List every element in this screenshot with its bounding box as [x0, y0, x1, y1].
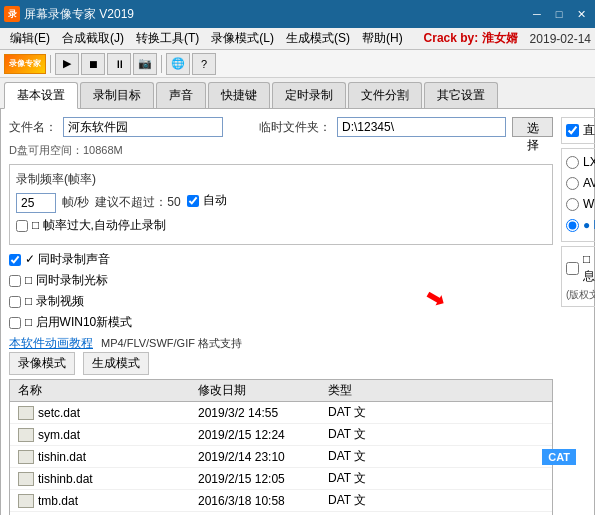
- video-label: □ 录制视频: [25, 293, 84, 310]
- file-date: 2019/3/2 14:55: [194, 406, 324, 420]
- left-panel: 文件名： 临时文件夹： 选择 D盘可用空间：10868M 录制频率(帧率) 帧/…: [9, 117, 553, 515]
- fps-auto-label: 自动: [203, 192, 227, 209]
- file-list-container: 名称 修改日期 类型 setc.dat 2019/3/2 14:55 DAT 文…: [9, 379, 553, 515]
- tab-shortcut[interactable]: 快捷键: [208, 82, 270, 108]
- fps-warning-label: □ 帧率过大,自动停止录制: [32, 217, 166, 234]
- disk-space-label: D盘可用空间：10868M: [9, 143, 123, 158]
- lxe-label: LXE: [583, 155, 595, 169]
- disk-space-row: D盘可用空间：10868M: [9, 143, 553, 158]
- avi-radio[interactable]: AVI: [566, 176, 595, 190]
- mode-area: 录像模式 生成模式: [9, 352, 553, 375]
- file-name: tishin.dat: [14, 450, 194, 464]
- cursor-checkbox[interactable]: □ 同时录制光标: [9, 272, 553, 289]
- content-wrapper: 文件名： 临时文件夹： 选择 D盘可用空间：10868M 录制频率(帧率) 帧/…: [9, 117, 586, 515]
- file-name: tishinb.dat: [14, 472, 194, 486]
- file-row[interactable]: setc.dat 2019/3/2 14:55 DAT 文: [10, 402, 552, 424]
- menu-generate-mode[interactable]: 生成模式(S): [280, 28, 356, 49]
- menu-convert[interactable]: 转换工具(T): [130, 28, 205, 49]
- tab-other-settings[interactable]: 其它设置: [424, 82, 498, 108]
- fps-auto-checkbox[interactable]: 自动: [187, 192, 227, 209]
- select-button[interactable]: 选择: [512, 117, 553, 137]
- file-name: tmb.dat: [14, 494, 194, 508]
- animation-link[interactable]: 本软件动画教程: [9, 335, 93, 352]
- dat-icon: [18, 406, 34, 420]
- file-date: 2019/2/15 12:24: [194, 428, 324, 442]
- dat-icon: [18, 494, 34, 508]
- file-type: DAT 文: [324, 492, 394, 509]
- file-row[interactable]: sym.dat 2019/2/15 12:24 DAT 文: [10, 424, 552, 446]
- toolbar: 录像专家 ▶ ⏹ ⏸ 📷 🌐 ?: [0, 50, 595, 78]
- tab-record-target[interactable]: 录制目标: [80, 82, 154, 108]
- toolbar-btn-4[interactable]: 📷: [133, 53, 157, 75]
- col-type-header: 类型: [324, 382, 394, 399]
- filename-input[interactable]: [63, 117, 223, 137]
- app-logo: 录像专家: [4, 54, 46, 74]
- mp4-label: ● MP4: [583, 218, 595, 232]
- sound-label: ✓ 同时录制声音: [25, 251, 110, 268]
- toolbar-btn-3[interactable]: ⏸: [107, 53, 131, 75]
- wmv-row: WMV 设置: [566, 195, 595, 213]
- dat-icon: [18, 428, 34, 442]
- avi-label: AVI: [583, 176, 595, 190]
- checkboxes-group: ✓ 同时录制声音 □ 同时录制光标 □ 录制视频: [9, 251, 553, 310]
- main-content: 文件名： 临时文件夹： 选择 D盘可用空间：10868M 录制频率(帧率) 帧/…: [0, 109, 595, 515]
- file-name: setc.dat: [14, 406, 194, 420]
- maximize-button[interactable]: □: [549, 5, 569, 23]
- link-row: 本软件动画教程 MP4/FLV/SWF/GIF 格式支持: [9, 335, 553, 352]
- menu-compose[interactable]: 合成截取(J): [56, 28, 130, 49]
- fps-section-label: 录制频率(帧率): [16, 171, 546, 188]
- crack-label: Crack by: 淮女婿: [424, 30, 518, 47]
- fps-warning-row: □ 帧率过大,自动停止录制: [16, 217, 546, 238]
- lxe-radio[interactable]: LXE: [566, 155, 595, 169]
- fps-input[interactable]: [16, 193, 56, 213]
- tab-basic-settings[interactable]: 基本设置: [4, 82, 78, 109]
- cursor-label: □ 同时录制光标: [25, 272, 108, 289]
- minimize-button[interactable]: ─: [527, 5, 547, 23]
- file-type: DAT 文: [324, 404, 394, 421]
- menu-date: 2019-02-14: [530, 32, 591, 46]
- fps-box: 录制频率(帧率) 帧/秒 建议不超过：50 自动 □ 帧率过大,自动停止录制: [9, 164, 553, 245]
- menu-help[interactable]: 帮助(H): [356, 28, 409, 49]
- toolbar-sep-1: [50, 55, 51, 73]
- fps-row: 帧/秒 建议不超过：50 自动: [16, 192, 546, 213]
- mp4-radio[interactable]: ● MP4: [566, 218, 595, 232]
- file-row[interactable]: tishin.dat 2019/2/14 23:10 DAT 文: [10, 446, 552, 468]
- direct-generate-label: 直接录制生成: [583, 122, 595, 139]
- win10-checkbox[interactable]: □ 启用WIN10新模式: [9, 314, 553, 331]
- format-label: MP4/FLV/SWF/GIF 格式支持: [101, 336, 242, 351]
- file-type: DAT 文: [324, 470, 394, 487]
- file-list-body: setc.dat 2019/3/2 14:55 DAT 文 sym.dat 20…: [10, 402, 552, 515]
- toolbar-btn-2[interactable]: ⏹: [81, 53, 105, 75]
- file-row[interactable]: tishinb.dat 2019/2/15 12:05 DAT 文: [10, 468, 552, 490]
- video-checkbox[interactable]: □ 录制视频: [9, 293, 553, 310]
- custom-section: □ 自设信息 设置 (版权文字 logo图形): [561, 246, 595, 307]
- toolbar-btn-5[interactable]: 🌐: [166, 53, 190, 75]
- file-date: 2019/2/15 12:05: [194, 472, 324, 486]
- custom-row: □ 自设信息 设置: [566, 251, 595, 285]
- file-date: 2016/3/18 10:58: [194, 494, 324, 508]
- temp-folder-input[interactable]: [337, 117, 506, 137]
- tab-file-split[interactable]: 文件分割: [348, 82, 422, 108]
- logo-area: 录像专家: [4, 54, 46, 74]
- menu-record-mode[interactable]: 录像模式(L): [205, 28, 280, 49]
- tab-bar: 基本设置 录制目标 声音 快捷键 定时录制 文件分割 其它设置: [0, 78, 595, 109]
- file-row[interactable]: tmb.dat 2016/3/18 10:58 DAT 文: [10, 490, 552, 512]
- filename-label: 文件名：: [9, 119, 57, 136]
- app-icon: 录: [4, 6, 20, 22]
- generate-mode-label: 生成模式: [83, 352, 149, 375]
- toolbar-sep-2: [161, 55, 162, 73]
- fps-warning-checkbox[interactable]: □ 帧率过大,自动停止录制: [16, 217, 166, 234]
- direct-generate-checkbox[interactable]: 直接录制生成: [566, 122, 595, 139]
- toolbar-btn-1[interactable]: ▶: [55, 53, 79, 75]
- watermark-label: (版权文字 logo图形): [566, 288, 595, 302]
- titlebar: 录 屏幕录像专家 V2019 ─ □ ✕: [0, 0, 595, 28]
- close-button[interactable]: ✕: [571, 5, 591, 23]
- wmv-radio[interactable]: WMV: [566, 197, 595, 211]
- menu-edit[interactable]: 编辑(E): [4, 28, 56, 49]
- tab-timer[interactable]: 定时录制: [272, 82, 346, 108]
- toolbar-btn-6[interactable]: ?: [192, 53, 216, 75]
- custom-label: □ 自设信息: [583, 251, 595, 285]
- sound-checkbox[interactable]: ✓ 同时录制声音: [9, 251, 553, 268]
- tab-sound[interactable]: 声音: [156, 82, 206, 108]
- custom-checkbox[interactable]: □ 自设信息: [566, 251, 595, 285]
